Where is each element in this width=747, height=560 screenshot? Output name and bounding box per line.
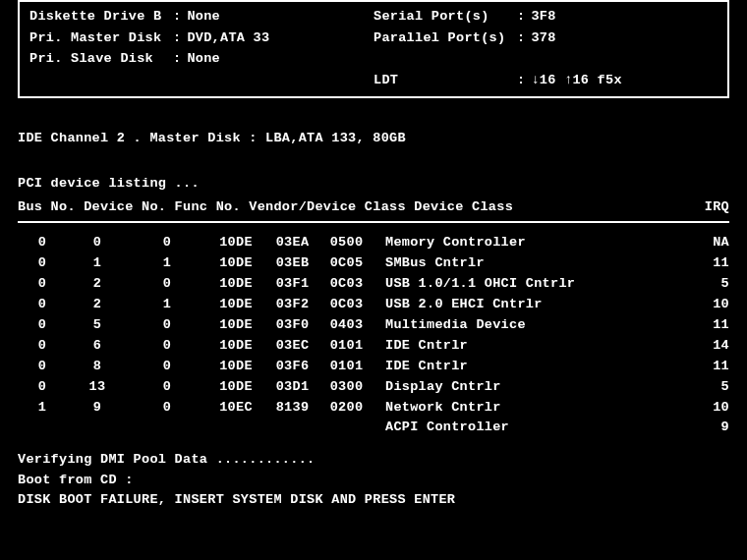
pci-class: 0C03 bbox=[319, 274, 374, 295]
pci-class: 0403 bbox=[319, 315, 374, 336]
pci-irq: 9 bbox=[680, 418, 729, 438]
pci-vendor: 10DE bbox=[206, 377, 265, 398]
sys-info-value: None bbox=[187, 6, 220, 28]
pci-func: 0 bbox=[128, 336, 206, 357]
pci-device-no: 1 bbox=[67, 253, 128, 274]
pci-irq: 14 bbox=[680, 336, 729, 357]
pci-func bbox=[128, 418, 206, 438]
pci-func: 1 bbox=[128, 295, 206, 315]
pci-irq: 11 bbox=[680, 253, 729, 274]
pci-class: 0300 bbox=[319, 377, 374, 398]
pci-device-no: 5 bbox=[67, 315, 128, 336]
pci-irq: 10 bbox=[680, 295, 729, 315]
pci-class: 0101 bbox=[319, 336, 374, 357]
pci-header-row: Bus No. Device No. Func No. Vendor/Devic… bbox=[18, 196, 729, 224]
pci-func: 0 bbox=[128, 315, 206, 336]
verify-dmi-line: Verifying DMI Pool Data ............ bbox=[18, 450, 729, 470]
pci-section: PCI device listing ... Bus No. Device No… bbox=[18, 173, 729, 438]
system-info-left: Diskette Drive B:NonePri. Master Disk:DV… bbox=[29, 6, 374, 90]
system-info-right: Serial Port(s):3F8Parallel Port(s):378 L… bbox=[374, 6, 718, 90]
separator: : bbox=[517, 28, 525, 49]
pci-device-no: 2 bbox=[67, 274, 128, 295]
pci-device-id: 8139 bbox=[265, 398, 319, 419]
boot-from-cd-line: Boot from CD : bbox=[18, 471, 729, 490]
pci-device-id: 03F6 bbox=[265, 357, 319, 377]
pci-desc: IDE Cntrlr bbox=[374, 336, 680, 357]
pci-bus: 0 bbox=[18, 253, 67, 274]
sys-info-value: DVD,ATA 33 bbox=[187, 28, 269, 49]
pci-bus: 0 bbox=[18, 233, 67, 253]
pci-vendor: 10DE bbox=[206, 315, 265, 336]
pci-class: 0200 bbox=[319, 398, 374, 419]
pci-row: 08010DE03F60101IDE Cntrlr11 bbox=[18, 357, 729, 377]
pci-irq: 11 bbox=[680, 315, 729, 336]
sys-info-label: Parallel Port(s) bbox=[374, 28, 511, 49]
pci-row: 19010EC81390200Network Cntrlr10 bbox=[18, 398, 729, 419]
pci-row: 00010DE03EA0500Memory ControllerNA bbox=[18, 233, 729, 253]
pci-bus: 0 bbox=[18, 274, 67, 295]
sys-info-value: 3F8 bbox=[531, 6, 555, 28]
pci-desc: Multimedia Device bbox=[374, 315, 680, 336]
pci-vendor: 10EC bbox=[206, 398, 265, 419]
pci-func: 0 bbox=[128, 398, 206, 419]
pci-table: 00010DE03EA0500Memory ControllerNA01110D… bbox=[18, 233, 729, 438]
pci-irq: 11 bbox=[680, 357, 729, 377]
pci-vendor: 10DE bbox=[206, 336, 265, 357]
pci-irq-header: IRQ bbox=[680, 196, 729, 218]
pci-irq: NA bbox=[680, 233, 729, 253]
pci-irq: 5 bbox=[680, 274, 729, 295]
pci-desc: USB 2.0 EHCI Cntrlr bbox=[374, 295, 680, 315]
pci-device-id: 03EC bbox=[265, 336, 319, 357]
pci-row: ACPI Controller9 bbox=[18, 418, 729, 438]
pci-func: 0 bbox=[128, 274, 206, 295]
sys-info-label: Pri. Slave Disk bbox=[29, 48, 167, 70]
separator: : bbox=[517, 70, 525, 91]
pci-desc: USB 1.0/1.1 OHCI Cntrlr bbox=[374, 274, 680, 295]
pci-vendor bbox=[206, 418, 265, 438]
pci-vendor: 10DE bbox=[206, 357, 265, 377]
sys-info-item: Parallel Port(s):378 bbox=[374, 28, 718, 49]
pci-func: 0 bbox=[128, 233, 206, 253]
pci-row: 06010DE03EC0101IDE Cntrlr14 bbox=[18, 336, 729, 357]
pci-bus bbox=[18, 418, 67, 438]
pci-device-id: 03EA bbox=[265, 233, 319, 253]
pci-func: 1 bbox=[128, 253, 206, 274]
sys-info-label: Serial Port(s) bbox=[374, 6, 511, 28]
pci-vendor: 10DE bbox=[206, 274, 265, 295]
sys-info-item bbox=[374, 48, 718, 70]
pci-device-id: 03F2 bbox=[265, 295, 319, 315]
pci-bus: 0 bbox=[18, 336, 67, 357]
pci-func: 0 bbox=[128, 377, 206, 398]
boot-section: Verifying DMI Pool Data ............ Boo… bbox=[18, 450, 729, 510]
pci-device-id bbox=[265, 418, 319, 438]
pci-device-no: 13 bbox=[67, 377, 128, 398]
pci-class bbox=[319, 418, 374, 438]
pci-vendor: 10DE bbox=[206, 295, 265, 315]
pci-row: 01110DE03EB0C05SMBus Cntrlr11 bbox=[18, 253, 729, 274]
sys-info-value: 378 bbox=[531, 28, 555, 49]
pci-bus: 1 bbox=[18, 398, 67, 419]
pci-class: 0500 bbox=[319, 233, 374, 253]
pci-desc: Display Cntrlr bbox=[374, 377, 680, 398]
pci-device-no bbox=[67, 418, 128, 438]
pci-bus: 0 bbox=[18, 315, 67, 336]
pci-desc: ACPI Controller bbox=[374, 418, 680, 438]
separator: : bbox=[173, 48, 181, 70]
sys-info-label: Diskette Drive B bbox=[29, 6, 167, 28]
separator: : bbox=[173, 6, 181, 28]
pci-class: 0C03 bbox=[319, 295, 374, 315]
pci-bus: 0 bbox=[18, 295, 67, 315]
pci-bus: 0 bbox=[18, 357, 67, 377]
pci-row: 02110DE03F20C03USB 2.0 EHCI Cntrlr10 bbox=[18, 295, 729, 315]
pci-irq: 10 bbox=[680, 398, 729, 419]
pci-desc: Memory Controller bbox=[374, 233, 680, 253]
pci-device-id: 03F1 bbox=[265, 274, 319, 295]
pci-device-id: 03D1 bbox=[265, 377, 319, 398]
pci-device-id: 03EB bbox=[265, 253, 319, 274]
pci-vendor: 10DE bbox=[206, 233, 265, 253]
sys-info-item: Serial Port(s):3F8 bbox=[374, 6, 718, 28]
pci-device-no: 0 bbox=[67, 233, 128, 253]
sys-info-item: Pri. Slave Disk:None bbox=[29, 48, 374, 70]
sys-info-value: None bbox=[187, 48, 220, 70]
sys-info-label: Pri. Master Disk bbox=[29, 28, 167, 49]
